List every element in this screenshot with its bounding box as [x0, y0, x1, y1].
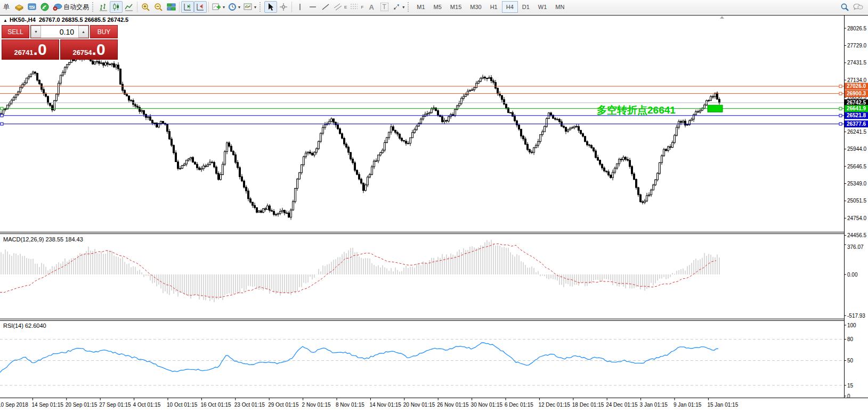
svg-text:25051.5: 25051.5: [847, 198, 867, 204]
crosshair-button[interactable]: [277, 1, 290, 13]
svg-text:15 Jan 01:15: 15 Jan 01:15: [707, 402, 738, 408]
signals-button[interactable]: [38, 1, 51, 13]
svg-text:6 Dec 01:15: 6 Dec 01:15: [505, 402, 533, 408]
zoom-in-icon: [141, 3, 150, 12]
svg-text:29 Oct 01:15: 29 Oct 01:15: [268, 402, 299, 408]
autotrading-cloud-icon: [53, 3, 62, 11]
new-order-label: 单: [3, 3, 10, 12]
timeframe-button-w1[interactable]: W1: [534, 1, 551, 13]
vertical-line-button[interactable]: [294, 1, 306, 13]
tile-windows-button[interactable]: [165, 1, 177, 13]
templates-button[interactable]: ▾: [242, 1, 258, 13]
autotrading-button[interactable]: 自动交易: [51, 1, 91, 13]
svg-text:26900.3: 26900.3: [847, 91, 866, 96]
timeframe-button-m30[interactable]: M30: [466, 1, 485, 13]
rsi-label: RSI(14) 62.6040: [3, 322, 46, 329]
turning-point-annotation[interactable]: 多空转折点26641: [597, 103, 676, 117]
buy-button[interactable]: BUY: [90, 25, 118, 38]
volume-value[interactable]: 0.10: [41, 26, 78, 38]
timeframe-toolbar: M1M5M15M30H1H4D1W1MN: [412, 1, 569, 13]
timeframe-button-h1[interactable]: H1: [486, 1, 502, 13]
new-order-button[interactable]: 单: [0, 1, 13, 13]
line-chart-button[interactable]: [123, 1, 135, 13]
svg-text:8 Nov 01:15: 8 Nov 01:15: [336, 402, 364, 408]
text-label-icon: T: [380, 3, 388, 11]
svg-text:27 Sep 01:15: 27 Sep 01:15: [99, 402, 131, 408]
indicators-button[interactable]: ▾: [210, 1, 226, 13]
sell-price[interactable]: 26741.0: [2, 39, 59, 60]
svg-text:376.07: 376.07: [847, 244, 864, 250]
trendline-button[interactable]: [319, 1, 332, 13]
svg-text:10 Sep 2018: 10 Sep 2018: [0, 402, 28, 408]
terminal-window-icon: [27, 3, 37, 11]
text-button[interactable]: A: [365, 1, 378, 13]
svg-text:20 Sep 01:15: 20 Sep 01:15: [66, 402, 98, 408]
arrows-button[interactable]: ▾: [391, 1, 406, 13]
svg-text:10 Oct 01:15: 10 Oct 01:15: [167, 402, 198, 408]
timeframe-button-m5[interactable]: M5: [429, 1, 446, 13]
auto-scroll-button[interactable]: [194, 1, 207, 13]
timeframe-button-m15[interactable]: M15: [446, 1, 466, 13]
tile-windows-icon: [167, 3, 176, 11]
toolbar-grip: [259, 2, 262, 12]
signals-icon: [40, 3, 49, 11]
svg-text:27431.5: 27431.5: [847, 60, 867, 66]
svg-text:100: 100: [847, 322, 856, 328]
templates-icon: [244, 3, 253, 11]
clock-icon: [228, 3, 237, 11]
buy-price-main: 26754: [72, 49, 92, 56]
symbol-period-label: HK50-,H4: [10, 17, 36, 23]
toolbar-separator: [179, 2, 180, 12]
svg-text:27729.0: 27729.0: [847, 43, 867, 49]
collapse-panel-arrow[interactable]: ▲: [3, 18, 7, 23]
chat-button[interactable]: [851, 1, 865, 13]
volume-decrease-button[interactable]: ▼: [31, 26, 41, 38]
terminal-button[interactable]: [26, 1, 38, 13]
svg-text:9 Jan 01:15: 9 Jan 01:15: [674, 402, 702, 408]
timeframe-button-m1[interactable]: M1: [412, 1, 429, 13]
crosshair-icon: [279, 3, 288, 11]
zoom-out-button[interactable]: [152, 1, 165, 13]
fibo-sub-label: F: [361, 5, 363, 10]
main-toolbar: 单 自动交易: [0, 0, 868, 14]
svg-text:25349.0: 25349.0: [847, 181, 867, 187]
text-label-button[interactable]: T: [378, 1, 391, 13]
svg-text:-517.93: -517.93: [847, 313, 865, 319]
trendline-icon: [321, 3, 330, 11]
svg-text:28026.5: 28026.5: [847, 26, 867, 31]
indicators-icon: [212, 3, 221, 11]
volume-stepper: ▼ 0.10 ▲: [30, 25, 89, 38]
macd-label: MACD(12,26,9) 238.55 184.43: [3, 236, 83, 243]
svg-text:30 Nov 01:15: 30 Nov 01:15: [471, 402, 503, 408]
timeframe-button-mn[interactable]: MN: [551, 1, 569, 13]
arrow-objects-icon: [392, 3, 401, 11]
fibonacci-button[interactable]: F: [348, 1, 365, 13]
chart-shift-button[interactable]: [181, 1, 194, 13]
bar-chart-button[interactable]: [97, 1, 110, 13]
timeframe-button-h4[interactable]: H4: [502, 1, 518, 13]
chart-title: ▲HK50-,H4 26767.0 26835.5 26685.5 26742.…: [3, 17, 128, 23]
volume-increase-button[interactable]: ▲: [78, 26, 88, 38]
cursor-button[interactable]: [264, 1, 277, 13]
svg-text:2 Nov 01:15: 2 Nov 01:15: [302, 402, 331, 408]
chart-profile-icon[interactable]: [13, 1, 26, 13]
buy-price[interactable]: 26754.0: [60, 39, 118, 60]
periods-button[interactable]: ▾: [226, 1, 242, 13]
chart-window: 28026.527729.027431.527134.026836.526539…: [0, 14, 868, 412]
svg-text:12 Dec 01:15: 12 Dec 01:15: [538, 402, 570, 408]
sell-price-frac: .0: [34, 42, 47, 58]
zoom-in-button[interactable]: [139, 1, 152, 13]
equidistant-channel-button[interactable]: E: [332, 1, 348, 13]
text-tool-icon: A: [369, 3, 374, 11]
channel-sub-label: E: [344, 5, 347, 10]
toolbar-separator: [291, 2, 292, 12]
search-button[interactable]: [838, 1, 851, 13]
candlestick-chart-button[interactable]: [110, 1, 123, 13]
mt4-window: 单 自动交易: [0, 0, 868, 412]
horizontal-line-button[interactable]: [306, 1, 319, 13]
svg-text:26521.8: 26521.8: [847, 112, 866, 118]
chart-canvas[interactable]: 28026.527729.027431.527134.026836.526539…: [0, 14, 868, 412]
chat-bubbles-icon: [853, 3, 863, 11]
sell-button[interactable]: SELL: [2, 25, 29, 38]
timeframe-button-d1[interactable]: D1: [518, 1, 534, 13]
